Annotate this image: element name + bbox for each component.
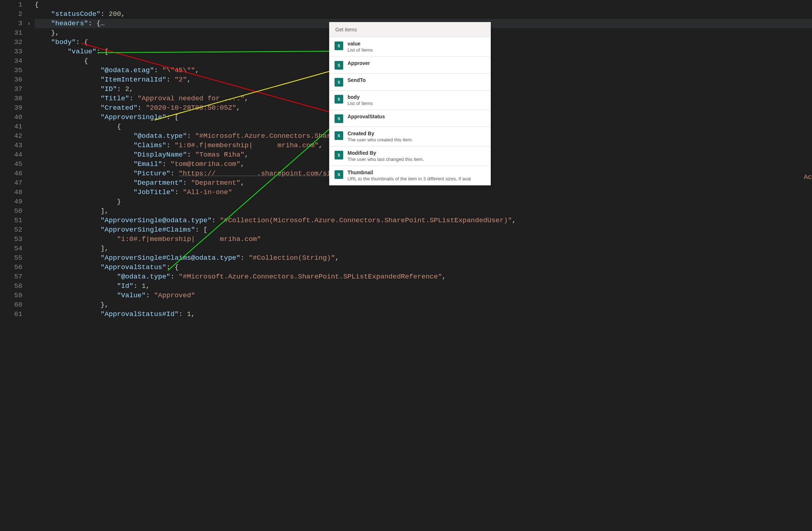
panel-item-text: SendTo: [348, 77, 485, 83]
sharepoint-icon: S: [335, 131, 343, 140]
line-number: 48: [0, 188, 22, 197]
line-number: 47: [0, 178, 22, 188]
panel-item[interactable]: SApprover: [329, 57, 490, 74]
fold-gutter[interactable]: ›: [25, 0, 32, 531]
fold-marker[interactable]: [25, 244, 32, 253]
sharepoint-icon: S: [335, 114, 343, 123]
sharepoint-icon: S: [335, 151, 343, 159]
sharepoint-icon: S: [335, 78, 343, 87]
sharepoint-icon: S: [335, 170, 343, 179]
fold-marker[interactable]: [25, 75, 32, 84]
code-line[interactable]: "ApproverSingle#Claims": [: [35, 225, 812, 234]
panel-item[interactable]: SSendTo: [329, 74, 490, 91]
line-number: 33: [0, 47, 22, 56]
line-number: 32: [0, 38, 22, 47]
panel-item-title: SendTo: [348, 77, 485, 83]
code-line[interactable]: }: [35, 197, 812, 206]
fold-marker[interactable]: [25, 206, 32, 216]
panel-item-text: valueList of Items: [348, 41, 485, 53]
fold-marker[interactable]: [25, 150, 32, 159]
fold-marker[interactable]: [25, 272, 32, 281]
line-number: 45: [0, 159, 22, 169]
panel-item-text: Approver: [348, 60, 485, 66]
fold-marker[interactable]: [25, 9, 32, 19]
code-line[interactable]: "ApproverSingle@odata.type": "#Collectio…: [35, 216, 812, 225]
fold-marker[interactable]: [25, 113, 32, 122]
panel-item-title: value: [348, 41, 485, 47]
fold-marker[interactable]: [25, 0, 32, 9]
fold-marker[interactable]: [25, 188, 32, 197]
panel-item[interactable]: SApprovalStatus: [329, 110, 490, 127]
panel-item[interactable]: SbodyList of Items: [329, 91, 490, 110]
fold-marker[interactable]: [25, 197, 32, 206]
code-line[interactable]: "ApprovalStatus#Id": 1,: [35, 310, 812, 319]
fold-marker[interactable]: [25, 169, 32, 178]
code-line[interactable]: },: [35, 300, 812, 310]
panel-item-title: Approver: [348, 60, 485, 66]
panel-item-subtitle: The user who last changed this item.: [348, 157, 485, 162]
panel-item-subtitle: URL to the thumbnails of the item in 3 d…: [348, 176, 485, 181]
sharepoint-icon: S: [335, 61, 343, 70]
fold-marker[interactable]: [25, 178, 32, 188]
fold-marker[interactable]: [25, 225, 32, 234]
fold-marker[interactable]: [25, 122, 32, 131]
dynamic-content-panel[interactable]: Get items SvalueList of ItemsSApproverSS…: [329, 22, 491, 185]
line-number: 42: [0, 131, 22, 141]
fold-marker[interactable]: [25, 103, 32, 113]
panel-item-text: ThumbnailURL to the thumbnails of the it…: [348, 170, 485, 181]
panel-item[interactable]: SvalueList of Items: [329, 37, 490, 57]
fold-marker[interactable]: [25, 28, 32, 38]
sharepoint-icon: S: [335, 41, 343, 50]
line-number: 39: [0, 103, 22, 113]
fold-marker[interactable]: [25, 291, 32, 300]
panel-item[interactable]: SCreated ByThe user who created this ite…: [329, 127, 490, 146]
line-number: 53: [0, 234, 22, 244]
code-line[interactable]: "ApproverSingle#Claims@odata.type": "#Co…: [35, 253, 812, 263]
line-number: 43: [0, 141, 22, 150]
code-line[interactable]: "@odata.type": "#Microsoft.Azure.Connect…: [35, 272, 812, 281]
fold-marker[interactable]: [25, 94, 32, 103]
line-number: 55: [0, 253, 22, 263]
fold-marker[interactable]: [25, 84, 32, 94]
code-line[interactable]: "i:0#.f|membership| mriha.com": [35, 234, 812, 244]
panel-item[interactable]: SThumbnailURL to the thumbnails of the i…: [329, 166, 490, 185]
panel-item-text: ApprovalStatus: [348, 114, 485, 119]
line-number: 57: [0, 272, 22, 281]
fold-marker[interactable]: [25, 281, 32, 291]
line-number-gutter: 1233132333435363738394041424344454647484…: [0, 0, 25, 531]
line-number: 34: [0, 56, 22, 66]
fold-marker[interactable]: ›: [25, 19, 32, 28]
panel-item-text: Created ByThe user who created this item…: [348, 131, 485, 142]
sharepoint-icon: S: [335, 95, 343, 104]
line-number: 37: [0, 84, 22, 94]
fold-marker[interactable]: [25, 234, 32, 244]
fold-marker[interactable]: [25, 56, 32, 66]
line-number: 58: [0, 281, 22, 291]
fold-marker[interactable]: [25, 38, 32, 47]
panel-item[interactable]: SModified ByThe user who last changed th…: [329, 146, 490, 166]
fold-marker[interactable]: [25, 131, 32, 141]
fold-marker[interactable]: [25, 66, 32, 75]
line-number: 59: [0, 291, 22, 300]
line-number: 51: [0, 216, 22, 225]
fold-marker[interactable]: [25, 253, 32, 263]
fold-marker[interactable]: [25, 216, 32, 225]
code-line[interactable]: "ApprovalStatus": {: [35, 263, 812, 272]
line-number: 3: [0, 19, 22, 28]
code-line[interactable]: {: [35, 0, 812, 9]
code-line[interactable]: "Value": "Approved": [35, 291, 812, 300]
fold-marker[interactable]: [25, 263, 32, 272]
code-line[interactable]: ],: [35, 244, 812, 253]
code-line[interactable]: "JobTitle": "All-in-one": [35, 188, 812, 197]
line-number: 44: [0, 150, 22, 159]
panel-item-text: bodyList of Items: [348, 94, 485, 106]
fold-marker[interactable]: [25, 47, 32, 56]
fold-marker[interactable]: [25, 141, 32, 150]
code-line[interactable]: "Id": 1,: [35, 281, 812, 291]
line-number: 46: [0, 169, 22, 178]
code-line[interactable]: "statusCode": 200,: [35, 9, 812, 19]
code-line[interactable]: ],: [35, 206, 812, 216]
fold-marker[interactable]: [25, 159, 32, 169]
fold-marker[interactable]: [25, 310, 32, 319]
fold-marker[interactable]: [25, 300, 32, 310]
